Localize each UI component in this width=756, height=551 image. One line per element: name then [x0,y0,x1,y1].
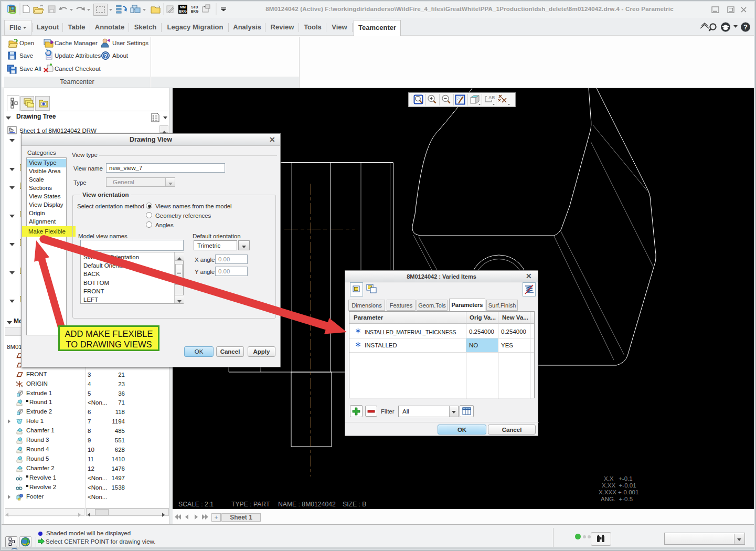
svg-text:X.XX +-0.01: X.XX +-0.01 [602,482,636,489]
svg-text:✱: ✱ [42,102,46,107]
svg-text:TYPE : PART: TYPE : PART [231,501,270,508]
svg-text:BKG: BKG [179,9,186,13]
svg-text:X.X +-0.1: X.X +-0.1 [604,475,633,482]
svg-text:SIZE : B: SIZE : B [343,501,366,508]
svg-text:ANG. +-0.5: ANG. +-0.5 [601,496,633,502]
svg-text:SCALE : 2:1: SCALE : 2:1 [178,501,214,508]
svg-text:X.XXX +-0.001: X.XXX +-0.001 [599,489,638,495]
svg-text:?: ? [104,53,108,59]
svg-text:AB: AB [488,95,495,100]
svg-text:BKG: BKG [191,9,198,13]
svg-text:MM: MM [180,5,186,9]
svg-text:STD: STD [191,5,198,9]
svg-text:?: ? [743,23,748,31]
svg-text:NAME : 8M0124042: NAME : 8M0124042 [278,501,336,508]
